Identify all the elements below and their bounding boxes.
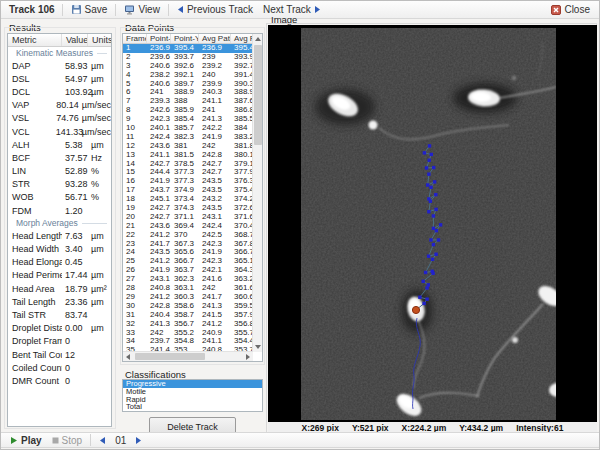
track-point-marker[interactable]	[431, 270, 434, 273]
track-point-marker[interactable]	[429, 238, 432, 241]
track-point-marker[interactable]	[439, 223, 442, 226]
track-point-marker[interactable]	[434, 193, 437, 196]
track-point-marker[interactable]	[428, 159, 431, 162]
track-point-marker[interactable]	[430, 153, 433, 156]
track-point-marker[interactable]	[433, 180, 436, 183]
previous-track-button[interactable]: Previous Track	[172, 3, 258, 16]
data-point-row[interactable]: 23241.7367.3242.3367.8	[123, 240, 253, 249]
track-point-marker[interactable]	[431, 258, 434, 261]
current-frame-marker[interactable]	[412, 306, 419, 313]
track-point-marker[interactable]	[427, 172, 430, 175]
track-point-marker[interactable]	[425, 166, 428, 169]
data-point-cell: 241.3	[199, 115, 231, 124]
track-point-marker[interactable]	[425, 286, 428, 289]
track-point-marker[interactable]	[429, 186, 432, 189]
microscopy-image[interactable]	[301, 28, 556, 420]
data-point-row[interactable]: 19242.7374.3243.5372.6	[123, 204, 253, 213]
track-point-marker[interactable]	[427, 255, 430, 258]
data-point-row[interactable]: 30242.8358.6241.3359.5	[123, 302, 253, 311]
data-point-row[interactable]: 31240.4358.7241.5357.9	[123, 311, 253, 320]
classification-item[interactable]: Rapid	[123, 396, 262, 404]
data-point-row[interactable]: 1236.9395.4236.9395.4	[123, 44, 253, 53]
track-point-marker[interactable]	[426, 183, 429, 186]
data-point-row[interactable]: 11242.4382.3241.9383.2	[123, 133, 253, 142]
data-point-row[interactable]: 21243.6369.4242.4370.4	[123, 222, 253, 231]
data-point-row[interactable]: 25241.2366.7242.3365.1	[123, 257, 253, 266]
close-button[interactable]: Close	[546, 3, 595, 16]
data-point-row[interactable]: 18245.1373.4243.2374.2	[123, 195, 253, 204]
data-point-row[interactable]: 24243.5365.6241.9366.7	[123, 248, 253, 257]
result-row: Droplet Distance0.00µm	[8, 322, 111, 335]
data-point-row[interactable]: 7239.3388241.1387.6	[123, 97, 253, 106]
track-point-marker[interactable]	[427, 283, 430, 286]
data-point-row[interactable]: 33242355.2240.9355.7	[123, 329, 253, 338]
data-point-cell: 388	[171, 97, 199, 106]
data-point-cell: 242.7	[147, 213, 171, 222]
droplet	[369, 121, 378, 130]
data-point-row[interactable]: 29241.2360.3241.7360.6	[123, 293, 253, 302]
scroll-right-button[interactable]	[243, 352, 253, 362]
data-point-row[interactable]: 9242.3385.4241.3385.5	[123, 115, 253, 124]
dp-horizontal-scrollbar[interactable]	[123, 351, 253, 361]
result-metric: DSL	[8, 74, 62, 84]
data-point-row[interactable]: 16241.9377.3243.5376.3	[123, 177, 253, 186]
data-point-row[interactable]: 17243.7374.9243.5375.4	[123, 186, 253, 195]
next-frame-button[interactable]	[130, 435, 147, 446]
data-point-row[interactable]: 10240.1385.7242.2384	[123, 124, 253, 133]
data-point-row[interactable]: 20242.7371.1243.1371.6	[123, 213, 253, 222]
dp-vertical-scrollbar[interactable]	[252, 34, 262, 352]
data-point-cell: 361.6	[231, 284, 253, 293]
data-point-cell: 393.7	[171, 53, 199, 62]
data-point-row[interactable]: 6241388.9240.3388.9	[123, 88, 253, 97]
previous-frame-button[interactable]	[94, 435, 111, 446]
play-button[interactable]: Play	[5, 434, 47, 447]
track-point-marker[interactable]	[432, 214, 435, 217]
scroll-up-button[interactable]	[253, 34, 263, 44]
data-point-row[interactable]: 4238.2392.1240391.4	[123, 71, 253, 80]
view-button[interactable]: View	[119, 3, 165, 16]
track-point-marker[interactable]	[432, 227, 435, 230]
track-point-marker[interactable]	[427, 197, 430, 200]
image-viewport[interactable]	[268, 25, 597, 422]
result-metric: VCL	[8, 127, 53, 137]
data-point-row[interactable]: 3240.6392.6239.2392.7	[123, 62, 253, 71]
track-point-marker[interactable]	[432, 243, 435, 246]
scroll-left-button[interactable]	[123, 352, 133, 362]
save-button[interactable]: Save	[66, 3, 113, 16]
data-point-row[interactable]: 13241.1381.5242.8380.1	[123, 151, 253, 160]
stop-button[interactable]: Stop	[47, 434, 88, 447]
track-point-marker[interactable]	[428, 144, 431, 147]
data-point-cell: 391.4	[231, 71, 253, 80]
data-point-row[interactable]: 8242.6385.9241386.8	[123, 106, 253, 115]
data-point-row[interactable]: 22241.2370242.5368.7	[123, 231, 253, 240]
track-point-marker[interactable]	[432, 166, 435, 169]
track-point-marker[interactable]	[422, 302, 425, 305]
track-point-marker[interactable]	[424, 271, 427, 274]
data-point-row[interactable]: 28240.8363.1242361.6	[123, 284, 253, 293]
track-point-marker[interactable]	[427, 210, 430, 213]
track-point-marker[interactable]	[435, 229, 438, 232]
scroll-down-button[interactable]	[253, 342, 263, 352]
track-point-marker[interactable]	[423, 151, 426, 154]
data-point-row[interactable]: 14242.7378.5242.7379.1	[123, 160, 253, 169]
data-point-row[interactable]: 2239.6393.7239393.9	[123, 53, 253, 62]
data-point-row[interactable]: 15244.4377.3242.7377.9	[123, 168, 253, 177]
data-point-cell: 4	[123, 71, 147, 80]
dp-vscroll-thumb[interactable]	[254, 45, 262, 145]
data-point-row[interactable]: 12243.6381242381.8	[123, 142, 253, 151]
data-point-row[interactable]: 27243.1362.3241.6363.2	[123, 275, 253, 284]
data-point-row[interactable]: 5240.6389.7239.9390.3	[123, 80, 253, 89]
classification-item[interactable]: Total	[123, 403, 262, 411]
data-point-row[interactable]: 26241.9363.7242.1364.3	[123, 266, 253, 275]
track-point-marker[interactable]	[422, 280, 425, 283]
dp-hscroll-thumb[interactable]	[135, 353, 205, 360]
track-point-marker[interactable]	[437, 238, 440, 241]
track-point-marker[interactable]	[418, 296, 421, 299]
data-point-cell: 242.1	[199, 266, 231, 275]
track-point-marker[interactable]	[434, 253, 437, 256]
data-point-row[interactable]: 34239.7354.8241.1354.4	[123, 337, 253, 346]
track-point-marker[interactable]	[434, 208, 437, 211]
close-button-label: Close	[564, 4, 590, 15]
track-point-marker[interactable]	[425, 297, 428, 300]
data-point-row[interactable]: 32241.3356.7241.2356.8	[123, 320, 253, 329]
